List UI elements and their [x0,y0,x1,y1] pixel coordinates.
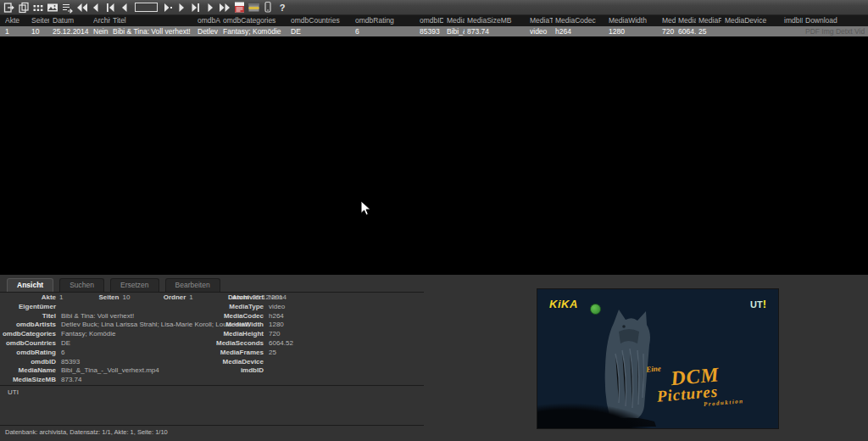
column-header[interactable]: omdbArtist [198,16,220,25]
field-value: 1280 [269,321,284,328]
field-value: 873.74 [61,376,81,383]
field-label: MediaName [0,366,56,376]
field-label: omdbArtists [0,321,56,330]
record-form: Akte1Seiten10Ordner1Datum25.12.2014 Eige… [0,293,424,385]
tab-separator [0,292,424,293]
column-header[interactable]: omdbID [420,16,443,25]
record-start-icon[interactable] [103,1,117,14]
field-label: MediaHeight [170,330,264,339]
field-label: omdbCountries [0,339,56,349]
table-cell: 1 [5,27,28,36]
tab[interactable]: Bearbeiten [165,278,220,292]
column-header[interactable]: MediaTyp [530,16,553,25]
prev-fast-icon[interactable] [89,1,103,14]
field-value: DE [61,339,70,347]
field-label: omdbRating [0,349,56,358]
bottom-panel: AnsichtSuchenErsetzenBearbeiten Akte1Sei… [0,275,868,441]
column-header[interactable]: imdbID [784,16,803,25]
next-dot-icon[interactable] [160,1,174,14]
column-header[interactable]: Download [805,16,865,25]
field-label: MediaCodec [170,312,264,321]
status-bar: Datenbank: archivista, Datensatz: 1/1, A… [5,428,168,436]
table-cell: h264 [555,27,605,36]
field-label: Akte [0,293,56,303]
tab[interactable]: Ersetzen [110,278,159,292]
grid-view-icon[interactable] [31,1,45,14]
mobile-icon[interactable] [261,1,275,14]
tab[interactable]: Suchen [59,278,104,292]
next-record-icon[interactable] [175,1,188,14]
field-label: omdbCategories [0,330,56,339]
table-cell: 85393 [420,27,443,36]
table-cell: 6 [355,27,416,36]
field-label: MediaSeconds [170,339,264,349]
field-label: omdbID [0,358,56,367]
record-number-input[interactable] [135,3,158,12]
column-header[interactable]: MediaFrar [698,16,721,25]
field-value: Nein [269,293,282,301]
kika-logo: KiKA [549,298,578,310]
column-header[interactable]: Akte [5,16,28,25]
production-credit: Eine DCM Pictures Produktion [644,358,744,413]
archive-icon[interactable] [247,1,260,14]
tab[interactable]: Ansicht [7,278,53,292]
column-header[interactable]: MediaCodec [555,16,605,25]
field-label: MediaFrames [170,349,264,358]
mouse-cursor [360,200,371,216]
help-icon[interactable]: ? [275,1,289,14]
table-header: AkteSeitenDatumArchiviTitelomdbArtistomd… [0,15,868,26]
field-value: 25 [269,349,276,356]
column-header[interactable]: MediaH [662,16,676,25]
field-value: 85393 [61,358,80,366]
column-header[interactable]: omdbCountries [291,16,352,25]
export-pdf-icon[interactable] [232,1,246,14]
table-row-selected[interactable]: 11025.12.2014NeinBibi & Tina: Voll verhe… [0,26,868,36]
uti-field[interactable]: UTI [0,385,424,426]
table-cell: 873.74 [467,27,526,36]
table-cell: 1280 [609,27,659,36]
field-label: Titel [0,312,56,321]
prev-record-icon[interactable] [118,1,131,14]
field-value: video [269,303,285,310]
table-cell: Fantasy; Komödie [223,27,287,36]
column-header[interactable]: Archivi [93,16,110,25]
record-end-icon[interactable] [189,1,203,14]
copy-icon[interactable] [17,1,31,14]
table-cell: DE [291,27,352,36]
kika-logo-dot [590,304,601,315]
toolbar: ? [0,0,868,15]
column-header[interactable]: Titel [113,16,194,25]
field-label: MediaType [170,303,264,312]
column-header[interactable]: omdbRating [355,16,416,25]
exit-icon[interactable] [3,1,16,14]
field-value: h264 [269,312,284,320]
image-view-icon[interactable] [46,1,59,14]
column-header[interactable]: MediaN [447,16,465,25]
media-preview-image: KiKA UT! Eine DCM Pictures Produktion [537,289,778,428]
next-fast-icon[interactable] [218,1,231,14]
table-cell: video [530,27,553,36]
field-label: MediaWidth [170,321,264,330]
column-header[interactable]: MediaS [678,16,696,25]
column-header[interactable]: Seiten [31,16,49,25]
column-header[interactable]: Datum [53,16,90,25]
column-header[interactable]: MediaWidth [609,16,659,25]
column-header[interactable]: MediaSizeMB [467,16,526,25]
field-label: Seiten [63,293,119,303]
table-cell: Bibi & Tina: Voll verhext! [113,27,194,36]
field-value: 6 [61,349,64,356]
tab-bar: AnsichtSuchenErsetzenBearbeiten [7,278,220,292]
table-cell: 25.12.2014 [53,27,90,36]
page-viewport [0,36,868,275]
table-cell: 6064.52 [678,27,696,36]
column-header[interactable]: MediaDevice [725,16,781,25]
list-add-icon[interactable] [60,1,74,14]
table-cell: Nein [93,27,110,36]
table-cell: PDF Img Detxt Video [805,27,865,36]
rock-shadow [537,399,665,428]
column-header[interactable]: omdbCategories [223,16,287,25]
table-cell: Detlev Buc [198,27,220,36]
field-label: imdbID [170,366,264,376]
next-single-icon[interactable] [203,1,217,14]
first-record-icon[interactable] [75,1,88,14]
